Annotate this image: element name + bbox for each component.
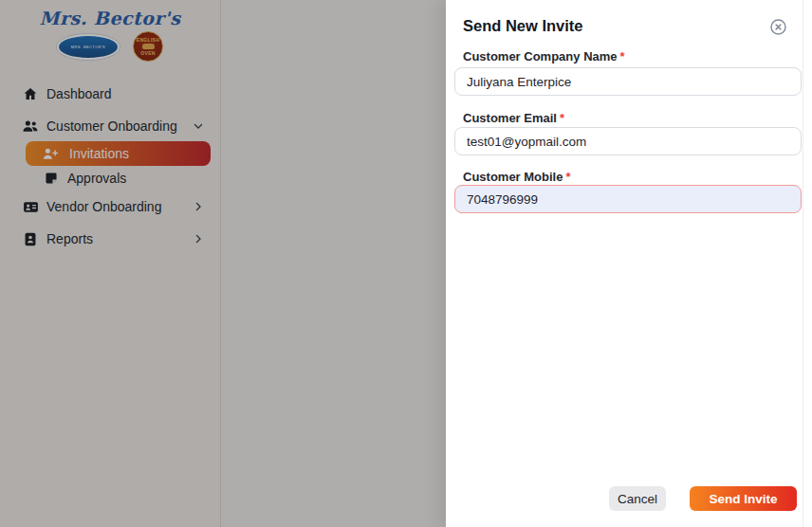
send-invite-drawer: Send New Invite Customer Company Name* C… <box>446 0 812 527</box>
company-name-label: Customer Company Name* <box>463 49 625 64</box>
customer-email-input[interactable] <box>454 127 802 155</box>
drawer-scrollbar-track <box>803 0 803 527</box>
field-label-text: Customer Mobile <box>463 170 563 184</box>
company-name-input[interactable] <box>454 67 802 96</box>
drawer-title: Send New Invite <box>463 17 583 35</box>
customer-email-label: Customer Email* <box>463 111 564 125</box>
required-asterisk: * <box>620 49 625 64</box>
send-invite-button[interactable]: Send Invite <box>690 486 797 511</box>
customer-mobile-label: Customer Mobile* <box>463 170 571 184</box>
required-asterisk: * <box>565 170 570 184</box>
required-asterisk: * <box>560 111 564 125</box>
close-icon[interactable] <box>769 18 787 36</box>
cancel-button[interactable]: Cancel <box>609 486 666 511</box>
field-label-text: Customer Email <box>463 111 557 125</box>
customer-mobile-input[interactable] <box>454 185 802 213</box>
field-label-text: Customer Company Name <box>463 49 618 64</box>
app-window: Mrs. Bector's MRS. BECTOR'S CREMICA ENGL… <box>0 0 812 527</box>
